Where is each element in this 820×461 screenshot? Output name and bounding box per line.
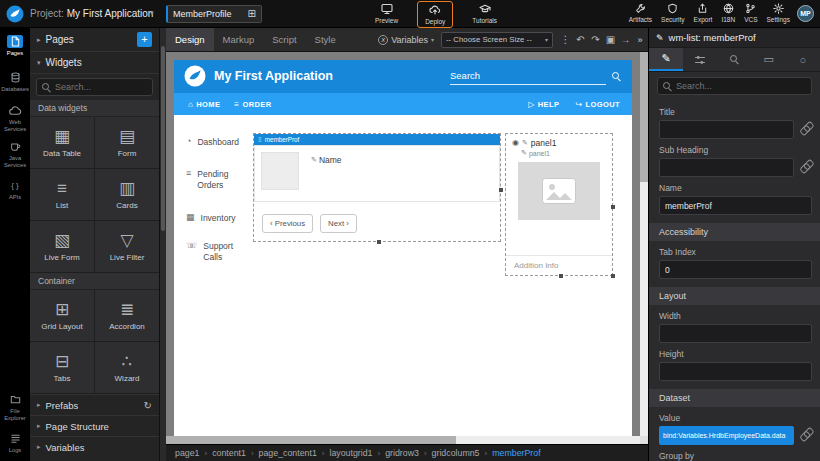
resize-handle[interactable]: [611, 205, 615, 209]
widget-cards[interactable]: ▥Cards: [95, 169, 159, 220]
previous-page-button[interactable]: ‹ Previous: [262, 214, 313, 233]
accessibility-section-header[interactable]: Accessibility: [649, 223, 820, 241]
sidebar-scrollbar[interactable]: [160, 28, 166, 461]
collapse-panel-icon[interactable]: »: [633, 35, 647, 45]
export-button[interactable]: Export: [694, 1, 713, 25]
side-nav-dashboard[interactable]: ◔Dashboard: [186, 137, 250, 148]
redo-icon[interactable]: ↷: [588, 34, 603, 45]
tab-script[interactable]: Script: [263, 28, 305, 51]
variables-button[interactable]: x Variables ▾: [378, 35, 434, 45]
nav-item-home[interactable]: ⌂HOME: [188, 100, 220, 109]
selected-panel-widget[interactable]: ◉ ✎ panel1 ✎ panel1 Addition Info: [505, 133, 613, 276]
page-switcher-icon[interactable]: ⊞: [248, 9, 256, 19]
name-field-input[interactable]: [659, 196, 812, 215]
dataset-binding-chip[interactable]: bind:Variables.HrdbEmployeeData.data: [659, 426, 794, 445]
resize-handle[interactable]: [377, 240, 381, 244]
next-page-button[interactable]: Next ›: [320, 214, 357, 233]
tab-markup[interactable]: ▭: [752, 48, 786, 71]
rail-item-logs[interactable]: Logs: [0, 425, 30, 461]
widget-grid-layout[interactable]: ⊞Grid Layout: [30, 290, 94, 341]
more-options-icon[interactable]: ⋮: [558, 34, 573, 45]
sub-heading-field-input[interactable]: [659, 158, 794, 177]
widget-live-form[interactable]: ▧Live Form: [30, 221, 94, 272]
preview-button[interactable]: Preview: [372, 1, 401, 26]
search-icon[interactable]: [612, 72, 621, 81]
widget-live-filter[interactable]: ▽Live Filter: [95, 221, 159, 272]
page-structure-section-header[interactable]: ▸ Page Structure: [30, 415, 159, 436]
resize-handle[interactable]: [499, 188, 503, 192]
app-header[interactable]: My First Application Search: [174, 60, 632, 93]
rail-item-pages[interactable]: Pages: [0, 28, 30, 64]
project-title[interactable]: Project: My First Application: [30, 8, 153, 19]
bind-icon[interactable]: [799, 121, 812, 139]
chevron-down-icon[interactable]: ▾: [150, 9, 154, 17]
tab-events[interactable]: ○: [786, 48, 820, 71]
widgets-section-header[interactable]: ▾ Widgets: [30, 52, 159, 74]
user-avatar[interactable]: MP: [797, 5, 814, 22]
width-field-input[interactable]: [659, 324, 812, 343]
breadcrumb-gridrow3[interactable]: gridrow3: [385, 448, 419, 458]
widget-data-table[interactable]: ▦Data Table: [30, 117, 94, 168]
app-search-input[interactable]: Search: [450, 67, 606, 85]
canvas-horizontal-scrollbar[interactable]: [166, 436, 640, 444]
nav-item-logout[interactable]: ↪LOGOUT: [575, 100, 620, 109]
property-search-input[interactable]: [676, 81, 806, 91]
add-page-button[interactable]: +: [137, 32, 152, 47]
list-item-name-label[interactable]: ✎Name: [311, 155, 342, 165]
resize-handle[interactable]: [559, 274, 563, 278]
current-page-tab[interactable]: MemberProfile ⊞: [166, 5, 262, 23]
panel-content-label[interactable]: ✎ panel1: [506, 149, 612, 159]
panel-footer[interactable]: Addition Info: [506, 255, 612, 275]
deploy-button[interactable]: Deploy: [417, 1, 453, 28]
dataset-section-header[interactable]: Dataset: [649, 389, 820, 407]
title-field-input[interactable]: [659, 120, 794, 139]
tutorials-button[interactable]: Tutorials: [469, 1, 500, 26]
list-item[interactable]: ✎Name: [254, 145, 500, 202]
bind-icon[interactable]: [799, 159, 812, 177]
scrollbar-thumb[interactable]: [166, 436, 456, 444]
panel-header[interactable]: ◉ ✎ panel1: [506, 134, 612, 149]
breadcrumb-gridcolumn5[interactable]: gridcolumn5: [432, 448, 480, 458]
app-navbar[interactable]: ⌂HOME ≡ORDER ▷HELP ↪LOGOUT: [174, 93, 632, 115]
run-icon[interactable]: →: [618, 34, 633, 45]
i18n-button[interactable]: I18N: [721, 1, 735, 25]
tab-search[interactable]: [717, 48, 751, 71]
side-nav-support-calls[interactable]: ☏Support Calls: [186, 241, 250, 263]
widget-selection-tag[interactable]: ⣿ memberProf: [254, 134, 500, 145]
tab-style[interactable]: Style: [306, 28, 345, 51]
refresh-icon[interactable]: ↻: [144, 400, 152, 411]
save-icon[interactable]: ▣: [603, 34, 618, 45]
panel-collapse-icon[interactable]: ◉: [512, 139, 519, 147]
breadcrumb-page-content1[interactable]: page_content1: [259, 448, 317, 458]
tab-markup[interactable]: Markup: [214, 28, 264, 51]
security-button[interactable]: Security: [661, 1, 684, 25]
bind-icon[interactable]: [799, 427, 812, 445]
rail-item-file-explorer[interactable]: File Explorer: [0, 389, 30, 425]
list-item-avatar-placeholder[interactable]: [261, 152, 299, 190]
tab-properties[interactable]: ✎: [649, 48, 683, 71]
tab-index-field-input[interactable]: [659, 260, 812, 279]
rail-item-java-services[interactable]: Java Services: [0, 136, 30, 172]
rail-item-apis[interactable]: { } APIs: [0, 172, 30, 208]
prefabs-section-header[interactable]: ▸ Prefabs ↻: [30, 394, 159, 415]
resize-handle[interactable]: [611, 274, 615, 278]
rail-item-web-services[interactable]: Web Services: [0, 100, 30, 136]
layout-section-header[interactable]: Layout: [649, 287, 820, 305]
tab-design[interactable]: Design: [166, 28, 214, 51]
scrollbar-thumb[interactable]: [640, 52, 648, 182]
scrollbar-thumb[interactable]: [161, 46, 165, 231]
widget-accordion[interactable]: ≣Accordion: [95, 290, 159, 341]
breadcrumb-memberprof[interactable]: memberProf: [492, 448, 540, 458]
undo-icon[interactable]: ↶: [573, 34, 588, 45]
selected-list-widget[interactable]: ⣿ memberProf ✎Name ‹ Previous Next ›: [253, 133, 501, 242]
artifacts-button[interactable]: Artifacts: [629, 1, 652, 25]
side-nav-pending-orders[interactable]: ≡Pending Orders: [186, 169, 250, 191]
screen-size-select[interactable]: -- Choose Screen Size -- ▾: [441, 32, 553, 48]
height-field-input[interactable]: [659, 362, 812, 381]
tab-styles[interactable]: [683, 48, 717, 71]
settings-button[interactable]: Settings: [767, 1, 791, 25]
widget-search-input[interactable]: [55, 82, 147, 92]
drag-handle-icon[interactable]: ⣿: [258, 137, 262, 142]
pages-section-header[interactable]: ▸ Pages +: [30, 28, 159, 52]
breadcrumb-page1[interactable]: page1: [175, 448, 199, 458]
